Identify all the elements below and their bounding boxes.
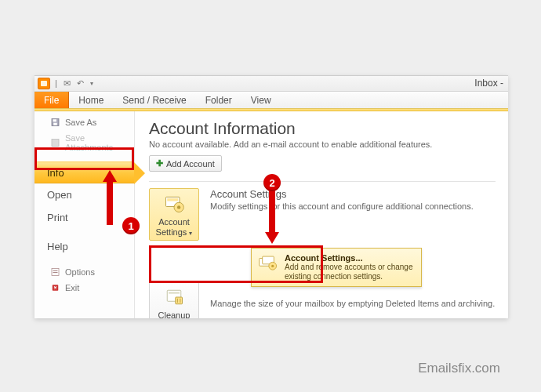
send-receive-icon[interactable]: ✉ [62,79,72,88]
button-label: Add Account [166,159,215,169]
outlook-window: | ✉ ↶ ▾ Inbox - File Home Send / Receive… [34,75,508,318]
popup-title: Account Settings... [285,253,415,263]
page-subtitle: No account available. Add an e-mail acco… [149,140,496,149]
tab-home[interactable]: Home [69,92,113,108]
page-title: Account Information [149,119,496,138]
account-settings-button[interactable]: Account Settings ▾ [149,188,199,241]
section-desc: Manage the size of your mailbox by empty… [210,299,496,308]
backstage-sidebar: Save As Save Attachments Info Open Print… [34,111,135,318]
svg-rect-17 [176,297,183,304]
sidebar-print[interactable]: Print [34,206,134,229]
account-settings-icon [162,193,186,215]
sidebar-label: Info [47,167,64,179]
ribbon-tabs: File Home Send / Receive Folder View [34,92,508,109]
quick-access-toolbar: | ✉ ↶ ▾ Inbox - [34,76,508,92]
add-account-button[interactable]: ✚ Add Account [149,155,222,172]
window-title: Inbox - [474,78,503,89]
section-desc: Modify settings for this account and con… [210,201,496,211]
save-icon [50,118,60,127]
exit-icon [50,283,60,292]
tab-view[interactable]: View [241,92,281,108]
sidebar-label: Save Attachments [65,133,126,152]
plus-icon: ✚ [156,158,163,169]
options-icon [50,267,60,277]
svg-rect-6 [53,272,58,273]
divider [149,181,496,182]
undo-icon[interactable]: ↶ [75,79,85,88]
button-line1: Account [158,217,190,227]
qat-customize-icon[interactable]: ▾ [89,81,95,87]
sidebar-label: Print [47,212,68,223]
svg-point-15 [271,265,274,267]
popup-desc: Add and remove accounts or change existi… [285,263,415,281]
sidebar-open[interactable]: Open [34,183,134,206]
button-line2: Settings ▾ [156,227,193,238]
qat-separator: | [53,79,59,88]
button-line1: Cleanup [158,310,191,318]
sidebar-label: Options [65,267,95,277]
sidebar-label: Exit [65,283,79,292]
backstage-content: Account Information No account available… [135,111,508,318]
svg-rect-1 [53,119,57,122]
tab-file[interactable]: File [34,92,69,108]
sidebar-exit[interactable]: Exit [34,280,134,296]
annotation-badge-2: 2 [263,174,281,191]
svg-point-11 [177,205,180,209]
cleanup-section: Cleanup Tools ▾ Manage the size of your … [149,281,496,318]
sidebar-info[interactable]: Info [34,162,134,183]
tab-send-receive[interactable]: Send / Receive [113,92,195,108]
sidebar-options[interactable]: Options [34,264,134,280]
outlook-app-icon [38,78,50,89]
svg-rect-9 [167,198,178,201]
sidebar-save-attachments[interactable]: Save Attachments [34,130,134,155]
cleanup-icon [162,286,186,308]
tab-folder[interactable]: Folder [196,92,241,108]
sidebar-help[interactable]: Help [34,235,134,258]
svg-rect-5 [53,270,58,271]
cleanup-tools-button[interactable]: Cleanup Tools ▾ [149,281,199,318]
chevron-down-icon: ▾ [189,230,192,237]
attachment-icon [50,138,60,147]
watermark: Emailsfix.com [418,361,500,376]
sidebar-label: Open [47,189,72,201]
svg-rect-2 [53,123,57,125]
section-heading: Account Settings [210,188,496,200]
account-settings-popup-icon [258,253,278,274]
annotation-badge-1: 1 [122,217,140,234]
account-settings-section: Account Settings ▾ Account Settings Modi… [149,188,496,241]
svg-rect-3 [52,140,59,147]
sidebar-label: Help [47,241,68,252]
account-settings-popup-item[interactable]: Account Settings... Add and remove accou… [251,248,422,287]
sidebar-save-as[interactable]: Save As [34,114,134,130]
sidebar-label: Save As [65,118,96,127]
